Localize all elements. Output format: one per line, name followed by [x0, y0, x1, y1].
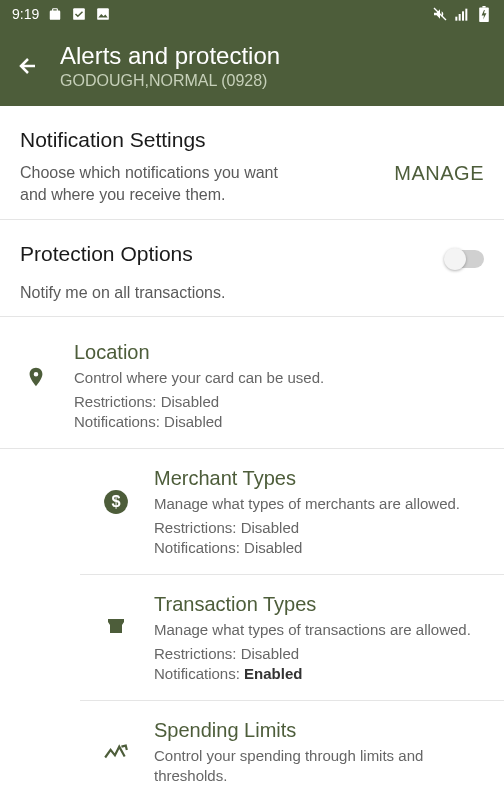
location-icon — [20, 341, 52, 432]
status-left: 9:19 — [12, 6, 111, 22]
svg-text:$: $ — [111, 493, 120, 511]
mute-icon — [432, 6, 448, 22]
item-title: Location — [74, 341, 484, 364]
item-restrictions: Restrictions: Disabled — [154, 644, 484, 664]
notify-all-label: Notify me on all transactions. — [20, 284, 484, 302]
status-time: 9:19 — [12, 6, 39, 22]
notification-settings-desc: Choose which notifications you want and … — [20, 162, 280, 205]
back-button[interactable] — [16, 54, 40, 78]
page-subtitle: GODOUGH,NORMAL (0928) — [60, 72, 280, 90]
status-bar: 9:19 — [0, 0, 504, 28]
item-title: Transaction Types — [154, 593, 484, 616]
signal-icon — [454, 6, 470, 22]
notification-settings-section: Notification Settings Choose which notif… — [0, 106, 504, 220]
svg-rect-5 — [462, 11, 464, 20]
item-notifications: Notifications: Disabled — [154, 538, 484, 558]
item-content: LocationControl where your card can be u… — [74, 341, 484, 432]
status-right — [432, 6, 492, 22]
item-title: Spending Limits — [154, 719, 484, 742]
page-title: Alerts and protection — [60, 42, 280, 70]
item-desc: Manage what types of transactions are al… — [154, 620, 484, 640]
toggle-knob — [444, 248, 466, 270]
merchant-types-icon: $ — [100, 467, 132, 558]
item-restrictions: Restrictions: Disabled — [154, 518, 484, 538]
item-notifications: Notifications: Enabled — [154, 664, 484, 684]
item-notifications: Notifications: Disabled — [74, 412, 484, 432]
item-content: Transaction TypesManage what types of tr… — [154, 593, 484, 684]
list-item-location[interactable]: LocationControl where your card can be u… — [0, 323, 504, 449]
protection-options-title: Protection Options — [20, 242, 193, 266]
protection-options-section: Protection Options Notify me on all tran… — [0, 220, 504, 317]
svg-rect-8 — [482, 6, 485, 8]
item-restrictions: Restrictions: Disabled — [74, 392, 484, 412]
item-desc: Control where your card can be used. — [74, 368, 484, 388]
battery-charging-icon — [476, 6, 492, 22]
svg-rect-6 — [465, 9, 467, 21]
manage-button[interactable]: MANAGE — [394, 162, 484, 185]
app-header: Alerts and protection GODOUGH,NORMAL (09… — [0, 28, 504, 106]
item-desc: Control your spending through limits and… — [154, 746, 484, 785]
image-icon — [95, 6, 111, 22]
list-item-spending-limits[interactable]: Spending LimitsControl your spending thr… — [80, 701, 504, 803]
list-item-transaction-types[interactable]: Transaction TypesManage what types of tr… — [80, 575, 504, 701]
svg-rect-1 — [97, 8, 109, 20]
notify-all-toggle[interactable] — [446, 250, 484, 268]
spending-limits-icon — [100, 719, 132, 789]
transaction-types-icon — [100, 593, 132, 684]
item-title: Merchant Types — [154, 467, 484, 490]
check-icon — [71, 6, 87, 22]
item-content: Spending LimitsControl your spending thr… — [154, 719, 484, 789]
svg-rect-0 — [73, 8, 85, 20]
svg-rect-3 — [455, 17, 457, 21]
header-text: Alerts and protection GODOUGH,NORMAL (09… — [60, 42, 280, 90]
item-content: Merchant TypesManage what types of merch… — [154, 467, 484, 558]
list-item-merchant-types[interactable]: $Merchant TypesManage what types of merc… — [80, 449, 504, 575]
item-desc: Manage what types of merchants are allow… — [154, 494, 484, 514]
notification-settings-title: Notification Settings — [20, 128, 484, 152]
svg-rect-4 — [459, 14, 461, 21]
bag-icon — [47, 6, 63, 22]
